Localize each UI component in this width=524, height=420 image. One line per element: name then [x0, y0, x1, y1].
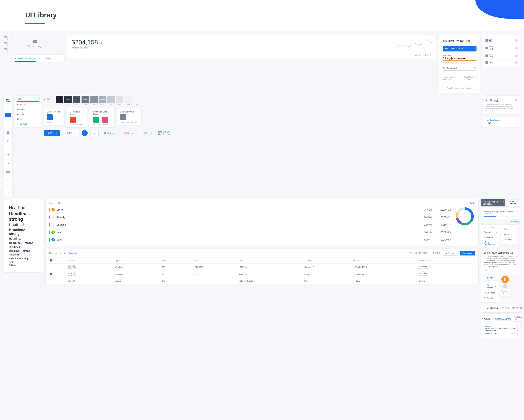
col-asset[interactable]: Asset — [160, 258, 193, 264]
login-link[interactable]: Log In › — [467, 87, 472, 89]
tab-overview[interactable]: Overview & Assets (6) — [15, 55, 35, 62]
archive-icon[interactable] — [4, 42, 8, 46]
balance-card: $204,158.69 Portfolio Balance Last Synce… — [67, 35, 437, 58]
download-icon[interactable] — [4, 36, 8, 40]
button-outline[interactable]: Button — [63, 130, 79, 136]
notice-link[interactable]: Link — [484, 269, 487, 271]
close-icon[interactable]: × — [518, 250, 519, 252]
logo-icon[interactable] — [6, 99, 10, 102]
label-list-card: LabelTexti LabelTexti LabelTexti Texti — [483, 35, 520, 67]
nav-settings[interactable]: ⚙ — [7, 140, 9, 143]
nav-transactions[interactable]: ☷ — [7, 131, 9, 134]
col-value[interactable]: Value — [238, 258, 303, 264]
pill-pro: PRO — [7, 179, 9, 180]
select-all-checkbox[interactable] — [50, 259, 52, 261]
col-units[interactable]: Units — [193, 258, 238, 264]
arrow-icon: → — [353, 273, 355, 276]
class-item[interactable]: Rent — [504, 226, 515, 232]
asset-row[interactable]: ₿ Bitcoin 35.01% $12,345.12 — [49, 206, 451, 214]
assets-title: Assets (1,002) — [49, 202, 62, 204]
email-input[interactable] — [443, 56, 477, 61]
new-type-button[interactable]: + New Type — [17, 123, 39, 125]
col-class[interactable]: Classification — [417, 258, 475, 264]
delete-icon[interactable]: 🗑 — [64, 252, 66, 254]
nav-analytics[interactable]: 〰 — [5, 113, 11, 117]
table-row[interactable]: 10/14/'1801:00 AM Withdraw BTC ~123.0000… — [49, 271, 475, 278]
asset-row[interactable]: ∞ Aeternity 24.54% $8,653.22 — [49, 214, 451, 221]
view-all-link[interactable]: View all — [469, 202, 475, 204]
row-checkbox[interactable] — [50, 280, 52, 282]
copy-icon[interactable]: ⧉ — [60, 252, 61, 254]
visible-count: 12,345 visible (10/14/2017 – 10/14/2018) — [406, 252, 440, 254]
table-row[interactable]: 10/14/'1801:00 AM Withdraw BTC ~123.0000… — [49, 264, 475, 271]
table-row[interactable]: 10/14/'18 Deposit BTC +$12,345,678.00 Ma… — [49, 278, 475, 284]
inline-link[interactable]: Inline Text Link — [158, 133, 170, 135]
close-icon[interactable]: × — [497, 226, 498, 228]
arrow-icon: → — [353, 266, 355, 268]
type-item[interactable]: General — [17, 107, 39, 111]
chevron-button[interactable]: ⌄ — [90, 130, 99, 136]
nav-users[interactable]: ☐ — [7, 122, 9, 125]
col-fromto[interactable]: From/To — [352, 258, 417, 264]
list-icon[interactable] — [4, 48, 8, 52]
password-input[interactable] — [443, 66, 477, 71]
asset-row[interactable]: Đ Dash 6.89% $2,429.53 — [49, 236, 451, 243]
save-link[interactable]: Save — [512, 333, 516, 335]
export-button[interactable]: ⬇ Export — [443, 251, 457, 256]
info-icon[interactable]: i — [515, 54, 518, 57]
review-pill[interactable]: To-Review ⌃ — [481, 276, 499, 280]
row-checkbox[interactable] — [50, 273, 52, 275]
review-item[interactable]: To-Calculate — [483, 290, 497, 295]
bitcoin-icon: ₿ — [501, 276, 509, 283]
asset-row[interactable]: ◆ Ethereum 12.90% $4,548.75 — [49, 221, 451, 229]
class-item[interactable]: General› — [484, 230, 497, 235]
upload-tile[interactable]: Title Message — [12, 35, 58, 52]
sync-text: Last Synced: 1 sec ago — [414, 54, 433, 56]
review-item[interactable]: ☐ To-Review ✓ — [483, 283, 497, 290]
wallet-row[interactable]: MyETHWallet 35.01% $10,000.12 — [481, 304, 520, 312]
inline-link[interactable]: Inline Text Link — [158, 131, 170, 133]
info-icon[interactable]: i — [515, 47, 518, 49]
name-address-link[interactable]: Name Address — [485, 333, 498, 335]
review-item[interactable]: ⊘ Exclude — [483, 295, 497, 301]
signup-email-button[interactable]: Sign Up via Email — [461, 75, 477, 82]
class-item[interactable]: Catering — [504, 237, 515, 242]
col-op[interactable]: Operation — [114, 258, 160, 264]
calculate-button[interactable]: Calculate — [460, 251, 475, 256]
type-header: Type — [17, 98, 39, 102]
coin-chip[interactable]: Coin T-Amazin... — [507, 199, 520, 206]
col-date[interactable]: UTC Date — [67, 258, 114, 264]
close-icon[interactable]: × — [515, 325, 516, 327]
nav-help[interactable]: ? — [7, 162, 9, 166]
type-dropdown[interactable]: Type Expenses General Income Marketing +… — [15, 96, 41, 127]
row-checkbox[interactable] — [50, 266, 52, 268]
syncing-pill[interactable]: Syncing ⋮ — [481, 221, 520, 223]
col-account[interactable]: Account — [303, 258, 352, 264]
info-icon[interactable]: i — [515, 39, 518, 42]
tab-accounts[interactable]: Accounts (3) — [39, 55, 51, 62]
class-item[interactable]: Marketing› — [484, 235, 497, 240]
signup-google-button[interactable]: Sign Up via Google — [443, 46, 477, 52]
button-primary[interactable]: Button — [44, 130, 60, 136]
policy-link[interactable]: Privacy policy & terms of use — [443, 76, 459, 80]
more-icon[interactable]: ⋮ — [516, 210, 518, 212]
asset-row[interactable]: N Neo 10.01% $3,529.69 — [49, 229, 451, 236]
icon-rail — [4, 35, 9, 52]
new-class-button[interactable]: + New Classification — [484, 240, 497, 245]
eye-icon[interactable]: 👁 — [474, 67, 477, 69]
nav-visibility[interactable]: 👁 — [7, 154, 9, 157]
button-danger[interactable]: Button — [120, 130, 136, 136]
close-icon[interactable]: × — [503, 200, 504, 203]
add-button[interactable]: + — [82, 130, 88, 136]
class-input[interactable] — [486, 121, 517, 125]
type-item[interactable]: Expenses — [17, 102, 39, 107]
info-icon[interactable]: i — [515, 61, 518, 64]
avatar[interactable] — [6, 171, 10, 173]
button-ghost[interactable]: Button — [101, 130, 117, 136]
type-item[interactable]: Marketing — [17, 116, 39, 121]
button-muted[interactable]: Button — [139, 130, 155, 136]
type-item[interactable]: Income — [17, 111, 39, 116]
info-icon[interactable]: i — [515, 99, 517, 101]
class-item[interactable]: Electricity — [504, 232, 515, 237]
clear-filters-link[interactable]: Clear filters — [69, 252, 78, 254]
